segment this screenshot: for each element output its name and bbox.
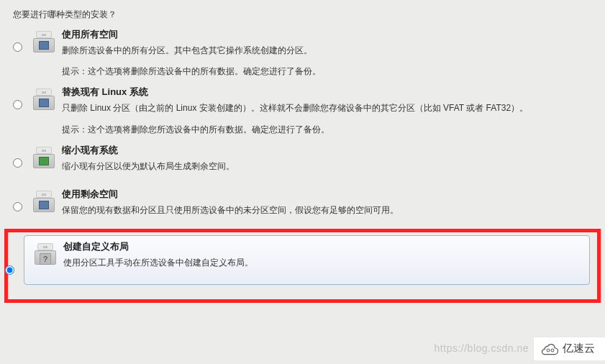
- radio-custom-layout[interactable]: [5, 265, 14, 275]
- footer-watermark: https://blog.csdn.ne 亿速云: [0, 332, 605, 364]
- watermark-text: https://blog.csdn.ne: [435, 342, 529, 354]
- option-use-free-space[interactable]: os 使用剩余空间 保留您的现有数据和分区且只使用所选设备中的未分区空间，假设您…: [4, 183, 601, 227]
- option-replace-linux[interactable]: os 替换现有 Linux 系统 只删除 Linux 分区（由之前的 Linux…: [4, 81, 601, 139]
- install-type-question: 您要进行哪种类型的安装？: [0, 0, 605, 24]
- option-shrink-existing[interactable]: os 缩小现有系统 缩小现有分区以便为默认布局生成剩余空间。: [4, 140, 601, 183]
- option-title: 缩小现有系统: [62, 144, 592, 157]
- brand-badge: 亿速云: [533, 337, 605, 360]
- radio-replace-linux[interactable]: [13, 100, 22, 109]
- option-hint: 提示：这个选项将删除所选设备中的所有数据。确定您进行了备份。: [62, 65, 592, 78]
- option-custom-layout[interactable]: os? 创建自定义布局 使用分区工具手动在所选设备中创建自定义布局。: [24, 235, 590, 285]
- option-use-all-space[interactable]: os 使用所有空间 删除所选设备中的所有分区。其中包含其它操作系统创建的分区。 …: [4, 24, 601, 81]
- option-title: 替换现有 Linux 系统: [62, 86, 592, 99]
- cloud-icon: [541, 342, 558, 356]
- disk-icon: os: [29, 28, 59, 55]
- svg-point-0: [547, 349, 550, 352]
- disk-icon: os: [29, 188, 59, 215]
- option-description: 保留您的现有数据和分区且只使用所选设备中的未分区空间，假设您有足够的空间可用。: [62, 204, 592, 217]
- disk-icon: os: [29, 144, 59, 171]
- question-icon: os?: [30, 240, 60, 268]
- option-description: 删除所选设备中的所有分区。其中包含其它操作系统创建的分区。: [62, 44, 592, 58]
- option-description: 缩小现有分区以便为默认布局生成剩余空间。: [62, 160, 592, 173]
- install-options-list: os 使用所有空间 删除所选设备中的所有分区。其中包含其它操作系统创建的分区。 …: [0, 24, 605, 227]
- radio-use-all-space[interactable]: [13, 42, 22, 52]
- option-title: 使用剩余空间: [62, 188, 592, 201]
- option-hint: 提示：这个选项将删除您所选设备中的所有数据。确定您进行了备份。: [62, 123, 592, 137]
- option-description: 使用分区工具手动在所选设备中创建自定义布局。: [63, 256, 583, 270]
- highlight-box: os? 创建自定义布局 使用分区工具手动在所选设备中创建自定义布局。: [4, 229, 601, 303]
- radio-shrink-existing[interactable]: [13, 158, 22, 168]
- option-title: 创建自定义布局: [63, 240, 583, 253]
- svg-point-1: [551, 349, 554, 352]
- radio-use-free-space[interactable]: [13, 202, 22, 211]
- disk-icon: os: [29, 86, 59, 113]
- brand-name: 亿速云: [563, 342, 595, 355]
- option-title: 使用所有空间: [62, 28, 592, 41]
- option-description: 只删除 Linux 分区（由之前的 Linux 安装创建的）。这样就不会删除您存…: [62, 101, 592, 115]
